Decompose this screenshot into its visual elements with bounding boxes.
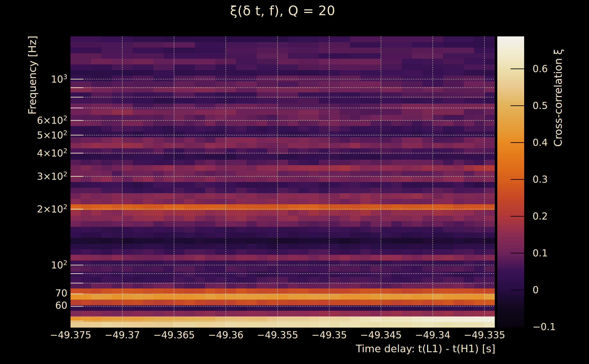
- colorbar-tick-label: 0: [533, 285, 587, 295]
- colorbar-canvas: [497, 36, 524, 328]
- y-tick-label: 6×102: [0, 115, 67, 125]
- y-tick-label: 102: [0, 260, 67, 270]
- x-tick-label: −49.375: [41, 330, 100, 340]
- colorbar-tick-label: 0.2: [533, 212, 587, 221]
- colorbar-tick-label: 0.3: [533, 175, 587, 184]
- y-tick-label: 2×102: [0, 204, 67, 214]
- x-tick-label: −49.345: [351, 330, 411, 340]
- x-tick-label: −49.37: [93, 330, 152, 340]
- y-tick-label: 60: [0, 301, 67, 310]
- x-tick-label: −49.355: [248, 330, 307, 340]
- colorbar-tick-label: 0.1: [533, 248, 587, 258]
- x-axis-label: Time delay: t(L1) - t(H1) [s]: [312, 343, 539, 355]
- y-tick-label: 70: [0, 288, 67, 298]
- heatmap-canvas: [71, 36, 495, 328]
- x-tick-label: −49.36: [196, 330, 255, 340]
- x-tick-label: −49.335: [455, 330, 514, 340]
- y-tick-label: 5×102: [0, 130, 67, 140]
- x-tick-label: −49.34: [403, 330, 462, 340]
- x-tick-label: −49.35: [300, 330, 359, 340]
- colorbar-tick-label: −0.1: [533, 322, 587, 332]
- colorbar-label: Cross-correlation ξ: [552, 49, 564, 147]
- figure: ξ(δ t, f), Q = 20 1036×1025×1024×1023×10…: [0, 0, 589, 364]
- y-tick-label: 4×102: [0, 148, 67, 158]
- plot-title: ξ(δ t, f), Q = 20: [71, 3, 495, 18]
- y-axis-label: Frequency [Hz]: [26, 36, 39, 115]
- x-tick-label: −49.365: [144, 330, 204, 340]
- y-tick-label: 3×102: [0, 171, 67, 181]
